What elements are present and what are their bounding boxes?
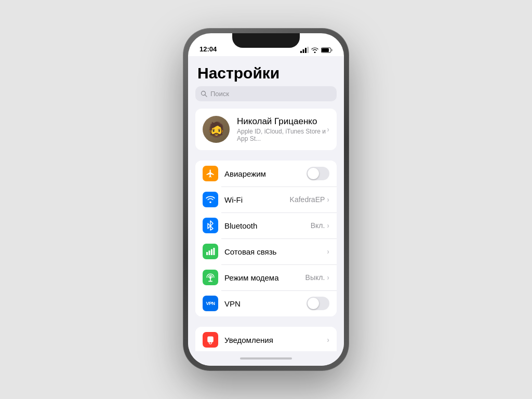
bluetooth-icon	[203, 218, 218, 233]
home-indicator	[188, 351, 344, 366]
svg-rect-3	[308, 47, 309, 53]
notifications-label: Уведомления	[224, 336, 327, 344]
notifications-group: Уведомления › Звуки, тактильные сигналы …	[195, 327, 337, 351]
airplane-row[interactable]: Авиарежим	[195, 161, 337, 187]
notifications-icon	[203, 332, 218, 348]
svg-rect-0	[300, 51, 302, 53]
wifi-label: Wi-Fi	[224, 195, 290, 204]
svg-rect-6	[331, 49, 332, 51]
svg-rect-10	[208, 250, 210, 255]
notch	[232, 33, 300, 48]
wifi-icon	[203, 192, 218, 207]
hotspot-icon	[203, 270, 218, 285]
bluetooth-label: Bluetooth	[224, 221, 311, 230]
bluetooth-value: Вкл.	[311, 221, 325, 230]
svg-rect-11	[211, 249, 212, 256]
wifi-row[interactable]: Wi-Fi KafedraEP ›	[195, 187, 337, 212]
page-title: Настройки	[188, 56, 344, 86]
cellular-svg	[206, 247, 215, 256]
hotspot-row[interactable]: Режим модема Выкл. ›	[195, 264, 337, 290]
profile-chevron: ›	[327, 125, 329, 134]
wifi-row-svg	[206, 196, 215, 203]
svg-line-8	[205, 95, 207, 97]
hotspot-chevron: ›	[327, 273, 329, 282]
search-bar[interactable]: Поиск	[195, 86, 337, 101]
airplane-icon	[203, 166, 218, 181]
phone-frame: 12:04	[183, 28, 349, 371]
vpn-icon: VPN	[203, 296, 218, 311]
screen-content[interactable]: Настройки Поиск 🧔 Николай Грицаенко	[188, 56, 344, 351]
cellular-row[interactable]: Сотовая связь ›	[195, 238, 337, 264]
bluetooth-svg	[207, 220, 214, 231]
wifi-status-icon	[311, 47, 318, 53]
hotspot-svg	[206, 273, 215, 282]
profile-info: Николай Грицаенко Apple ID, iCloud, iTun…	[237, 116, 327, 142]
battery-icon	[321, 47, 332, 53]
wifi-value: KafedraEP	[290, 195, 325, 204]
vpn-text: VPN	[206, 301, 215, 306]
svg-rect-1	[303, 49, 304, 53]
search-input-placeholder: Поиск	[210, 90, 229, 98]
svg-rect-17	[209, 338, 212, 339]
signal-icon	[300, 47, 309, 53]
airplane-label: Авиарежим	[224, 169, 307, 178]
profile-group: 🧔 Николай Грицаенко Apple ID, iCloud, iT…	[195, 109, 337, 150]
svg-rect-12	[213, 248, 215, 255]
svg-rect-18	[209, 339, 212, 340]
home-bar	[240, 357, 292, 360]
profile-name: Николай Грицаенко	[237, 116, 327, 127]
svg-rect-9	[206, 252, 208, 255]
bluetooth-row[interactable]: Bluetooth Вкл. ›	[195, 212, 337, 238]
vpn-row[interactable]: VPN VPN	[195, 290, 337, 316]
profile-row[interactable]: 🧔 Николай Грицаенко Apple ID, iCloud, iT…	[195, 109, 337, 150]
notifications-row[interactable]: Уведомления ›	[195, 327, 337, 351]
bluetooth-chevron: ›	[327, 221, 329, 230]
status-time: 12:04	[200, 45, 217, 53]
svg-rect-2	[305, 48, 307, 53]
airplane-toggle[interactable]	[307, 167, 329, 180]
notifications-svg	[206, 335, 215, 344]
cellular-label: Сотовая связь	[224, 247, 327, 256]
vpn-label: VPN	[224, 299, 307, 308]
notifications-chevron: ›	[327, 336, 329, 344]
svg-rect-5	[322, 48, 329, 52]
search-icon	[201, 90, 207, 97]
profile-subtitle: Apple ID, iCloud, iTunes Store и App St.…	[237, 128, 327, 142]
phone-screen: 12:04	[188, 33, 344, 366]
network-group: Авиарежим Wi-Fi KafedraEP ›	[195, 161, 337, 316]
hotspot-value: Выкл.	[305, 273, 325, 282]
cellular-chevron: ›	[327, 247, 329, 256]
wifi-chevron: ›	[327, 195, 329, 204]
airplane-svg	[206, 169, 215, 178]
avatar: 🧔	[203, 116, 230, 143]
cellular-icon	[203, 244, 218, 259]
status-icons	[300, 47, 332, 53]
vpn-toggle[interactable]	[307, 297, 329, 310]
hotspot-label: Режим модема	[224, 273, 305, 282]
